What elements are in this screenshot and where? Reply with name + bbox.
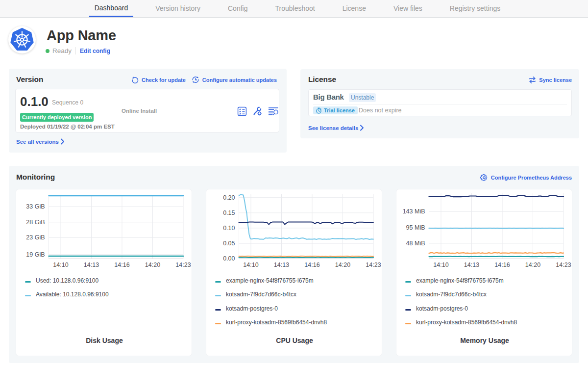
svg-text:33 GiB: 33 GiB — [26, 203, 45, 210]
svg-text:0.05: 0.05 — [223, 240, 235, 247]
svg-text:143 MiB: 143 MiB — [403, 208, 425, 215]
svg-text:14:16: 14:16 — [494, 261, 510, 268]
svg-text:23 GiB: 23 GiB — [26, 234, 45, 241]
svg-text:14:20: 14:20 — [525, 261, 540, 268]
svg-text:95 MiB: 95 MiB — [406, 224, 425, 231]
svg-text:19 GiB: 19 GiB — [26, 251, 45, 258]
svg-text:14:13: 14:13 — [464, 261, 479, 268]
svg-text:0.15: 0.15 — [223, 209, 235, 216]
svg-text:0.10: 0.10 — [223, 225, 235, 232]
svg-text:0.00: 0.00 — [223, 255, 235, 262]
svg-text:14:16: 14:16 — [304, 261, 319, 268]
svg-text:14:23: 14:23 — [556, 261, 571, 268]
svg-text:14:13: 14:13 — [274, 261, 289, 268]
svg-text:0.20: 0.20 — [223, 194, 235, 201]
svg-text:14:10: 14:10 — [53, 261, 68, 268]
svg-text:14:20: 14:20 — [335, 261, 350, 268]
svg-text:14:23: 14:23 — [366, 261, 381, 268]
svg-text:14:20: 14:20 — [145, 261, 160, 268]
svg-text:14:13: 14:13 — [84, 261, 99, 268]
svg-text:14:10: 14:10 — [433, 261, 448, 268]
svg-text:28 GiB: 28 GiB — [26, 219, 45, 226]
svg-text:14:10: 14:10 — [243, 261, 258, 268]
svg-text:14:23: 14:23 — [175, 261, 191, 268]
svg-text:48 MiB: 48 MiB — [406, 240, 425, 247]
svg-text:14:16: 14:16 — [114, 261, 129, 268]
